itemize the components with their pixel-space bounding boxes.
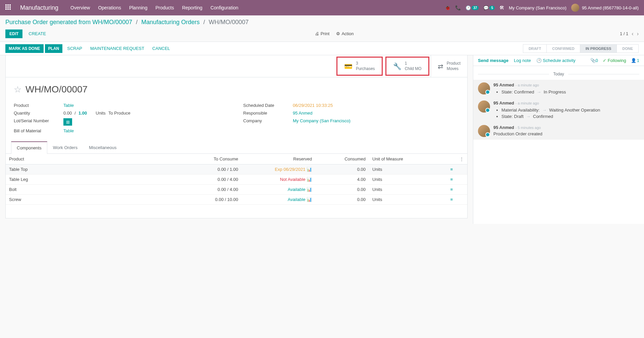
pager-text: 1 / 1: [620, 31, 628, 36]
cell-product: Screw: [6, 195, 112, 205]
log-note-button[interactable]: Log note: [514, 58, 531, 63]
action-button[interactable]: ⚙Action: [336, 31, 354, 36]
table-row[interactable]: Screw0.00 / 10.00Available 📊0.00Units≡: [6, 195, 467, 205]
message-avatar: [478, 100, 490, 113]
cell-product: Table Top: [6, 164, 112, 175]
timer-badge: 37: [472, 6, 479, 10]
print-icon: 🖨: [315, 31, 319, 36]
message-author[interactable]: 95 Anmed: [493, 100, 514, 106]
menu-reporting[interactable]: Reporting: [182, 5, 203, 10]
cell-consumed: 0.00: [315, 195, 369, 205]
company-value[interactable]: My Company (San Francisco): [293, 118, 351, 123]
phone-icon[interactable]: 📞: [455, 5, 461, 10]
app-brand[interactable]: Manufacturing: [20, 4, 58, 11]
col-uom: Unit of Measure: [369, 154, 429, 164]
table-options-icon[interactable]: ⋮: [460, 156, 464, 161]
scrap-button[interactable]: SCRAP: [64, 44, 86, 53]
action-bar: EDIT CREATE 🖨Print ⚙Action 1 / 1 ‹ ›: [0, 28, 644, 42]
breadcrumb-item-0[interactable]: Purchase Order generated from WH/MO/0000…: [5, 19, 132, 25]
details-icon[interactable]: ≡: [450, 197, 453, 202]
cell-uom: Units: [369, 185, 429, 195]
mark-done-button[interactable]: MARK AS DONE: [5, 44, 44, 53]
table-row[interactable]: Bolt0.00 / 4.00Available 📊0.00Units≡: [6, 185, 467, 195]
table-row[interactable]: Table Leg0.00 / 4.00Not Available 📊4.00U…: [6, 175, 467, 185]
chart-icon[interactable]: 📊: [307, 177, 312, 182]
tools-icon[interactable]: 🛠: [499, 5, 504, 10]
col-to-consume: To Consume: [112, 154, 241, 164]
top-navbar: Manufacturing Overview Operations Planni…: [0, 0, 644, 15]
col-product: Product: [6, 154, 112, 164]
qty-total: 1.00: [78, 111, 87, 116]
message-change: State: Draft → Confirmed: [501, 113, 639, 120]
message-change: State: Confirmed → In Progress: [501, 89, 639, 95]
chatter-message: 95 Anmed- 5 minutes agoProduction Order …: [473, 122, 644, 140]
stat-child-mo[interactable]: 🔧 1Child MO: [385, 57, 429, 76]
menu-operations[interactable]: Operations: [98, 5, 121, 10]
edit-button[interactable]: EDIT: [5, 29, 22, 38]
schedule-activity-button[interactable]: 🕑 Schedule activity: [536, 58, 576, 63]
lot-add-button[interactable]: ⊞: [63, 118, 72, 126]
cell-consumed: 0.00: [315, 185, 369, 195]
details-icon[interactable]: ≡: [450, 167, 453, 172]
cell-reserved: Not Available 📊: [241, 175, 315, 185]
menu-planning[interactable]: Planning: [129, 5, 148, 10]
cell-to-consume: 0.00 / 4.00: [112, 175, 241, 185]
cell-to-consume: 0.00 / 10.00: [112, 195, 241, 205]
message-author[interactable]: 95 Anmed: [493, 125, 514, 130]
menu-overview[interactable]: Overview: [70, 5, 90, 10]
record-title: WH/MO/00007: [25, 84, 88, 95]
paperclip-icon: 📎: [590, 58, 596, 63]
timer-button[interactable]: 🕑37: [466, 5, 479, 10]
apps-icon[interactable]: [5, 4, 12, 11]
cancel-button[interactable]: CANCEL: [149, 44, 173, 53]
resp-value[interactable]: 95 Anmed: [293, 111, 313, 116]
company-selector[interactable]: My Company (San Francisco): [509, 5, 567, 10]
credit-card-icon: 💳: [344, 62, 353, 70]
chart-icon[interactable]: 📊: [307, 197, 312, 202]
maintenance-button[interactable]: MAINTENANCE REQUEST: [87, 44, 148, 53]
attachments-button[interactable]: 📎0: [590, 58, 598, 63]
user-menu[interactable]: 95 Anmed (8567780-14-0-all): [571, 4, 639, 12]
table-row[interactable]: Table Top0.00 / 1.00Exp 06/29/2021 📊0.00…: [6, 164, 467, 175]
chart-icon[interactable]: 📊: [307, 167, 312, 172]
favorite-star-icon[interactable]: ☆: [14, 84, 21, 95]
details-icon[interactable]: ≡: [450, 187, 453, 192]
menu-configuration[interactable]: Configuration: [210, 5, 238, 10]
col-consumed: Consumed: [315, 154, 369, 164]
following-button[interactable]: ✓Following: [603, 58, 626, 63]
message-author[interactable]: 95 Anmed: [493, 82, 514, 87]
qty-done: 0.00: [63, 111, 72, 116]
stat-product-moves[interactable]: ⇄ ProductMoves: [431, 55, 467, 77]
status-draft[interactable]: DRAFT: [523, 44, 547, 53]
bug-icon[interactable]: 🐞: [445, 5, 450, 10]
pager-prev[interactable]: ‹: [632, 31, 633, 37]
person-icon: 👤: [631, 58, 636, 63]
menu-products[interactable]: Products: [155, 5, 174, 10]
messages-button[interactable]: 💬5: [483, 5, 495, 10]
send-message-button[interactable]: Send message: [478, 58, 508, 63]
details-icon[interactable]: ≡: [450, 177, 453, 182]
chart-icon[interactable]: 📊: [307, 187, 312, 192]
status-in-progress[interactable]: IN PROGRESS: [580, 44, 617, 53]
tab-components[interactable]: Components: [11, 141, 47, 154]
followers-button[interactable]: 👤1: [631, 58, 639, 63]
chat-badge: 5: [489, 6, 495, 10]
print-button[interactable]: 🖨Print: [315, 31, 330, 36]
create-button[interactable]: CREATE: [26, 29, 49, 38]
chatter-panel: Send message Log note 🕑 Schedule activit…: [473, 55, 644, 224]
bom-value[interactable]: Table: [63, 128, 74, 133]
plan-button[interactable]: PLAN: [45, 44, 63, 53]
cell-reserved: Available 📊: [241, 195, 315, 205]
tab-work-orders[interactable]: Work Orders: [47, 141, 83, 154]
breadcrumb-item-1[interactable]: Manufacturing Orders: [141, 19, 200, 25]
breadcrumb: Purchase Order generated from WH/MO/0000…: [0, 15, 644, 28]
cell-uom: Units: [369, 164, 429, 175]
message-text: Production Order created: [493, 131, 639, 136]
status-done[interactable]: DONE: [617, 44, 639, 53]
product-value[interactable]: Table: [63, 103, 74, 108]
tab-misc[interactable]: Miscellaneous: [83, 141, 122, 154]
stat-purchases[interactable]: 💳 3Purchases: [336, 57, 383, 76]
status-confirmed[interactable]: CONFIRMED: [547, 44, 580, 53]
transfer-icon: ⇄: [438, 62, 443, 70]
pager-next[interactable]: ›: [637, 31, 639, 37]
